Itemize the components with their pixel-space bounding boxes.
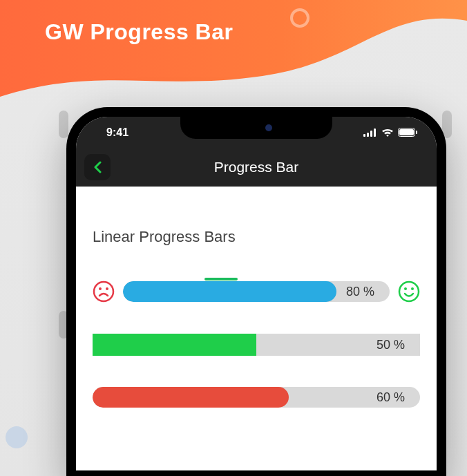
section-title: Linear Progress Bars <box>93 228 236 246</box>
progress-track[interactable]: 60 % <box>93 387 420 408</box>
nav-title: Progress Bar <box>214 159 299 175</box>
progress-bar-row: 80 % <box>93 280 420 303</box>
happy-face-icon <box>398 280 420 303</box>
svg-rect-6 <box>416 131 417 134</box>
status-indicators <box>363 128 417 137</box>
progress-track[interactable]: 50 % <box>93 334 420 356</box>
progress-bar-row: 50 % <box>93 334 420 356</box>
section-heading: Linear Progress Bars <box>93 228 420 280</box>
progress-fill <box>123 281 336 302</box>
svg-point-8 <box>99 287 102 290</box>
svg-rect-0 <box>363 134 365 137</box>
svg-point-9 <box>106 287 108 290</box>
battery-icon <box>398 128 417 137</box>
progress-label: 60 % <box>377 390 405 405</box>
progress-fill <box>93 334 256 356</box>
decorative-bubble <box>6 426 28 448</box>
back-button[interactable] <box>84 154 111 180</box>
chevron-left-icon <box>93 161 102 173</box>
nav-bar: Progress Bar <box>76 148 437 187</box>
wifi-icon <box>381 128 394 137</box>
phone-side-button <box>59 111 68 138</box>
svg-rect-5 <box>399 129 414 135</box>
svg-rect-2 <box>370 131 372 137</box>
svg-point-12 <box>411 287 414 290</box>
status-time: 9:41 <box>106 126 128 139</box>
decorative-bubble <box>290 8 309 28</box>
phone-frame: 9:41 Progress Bar Linear Progress Bars <box>66 107 446 476</box>
svg-point-11 <box>404 287 407 290</box>
banner-title: GW Progress Bar <box>45 19 233 45</box>
sad-face-icon <box>93 280 115 303</box>
svg-point-10 <box>399 282 419 301</box>
progress-track[interactable]: 80 % <box>123 281 390 302</box>
progress-fill <box>93 387 289 408</box>
progress-label: 50 % <box>377 338 405 352</box>
svg-rect-1 <box>367 133 369 137</box>
phone-screen: 9:41 Progress Bar Linear Progress Bars <box>76 117 437 470</box>
signal-icon <box>363 128 377 137</box>
progress-label: 80 % <box>346 285 374 299</box>
header-wave <box>0 0 467 111</box>
progress-bar-row: 60 % <box>93 387 420 408</box>
content-area: Linear Progress Bars 80 % 50 % 60 % <box>76 187 437 408</box>
svg-rect-3 <box>374 128 376 137</box>
phone-notch <box>180 117 332 139</box>
svg-point-7 <box>94 282 113 301</box>
